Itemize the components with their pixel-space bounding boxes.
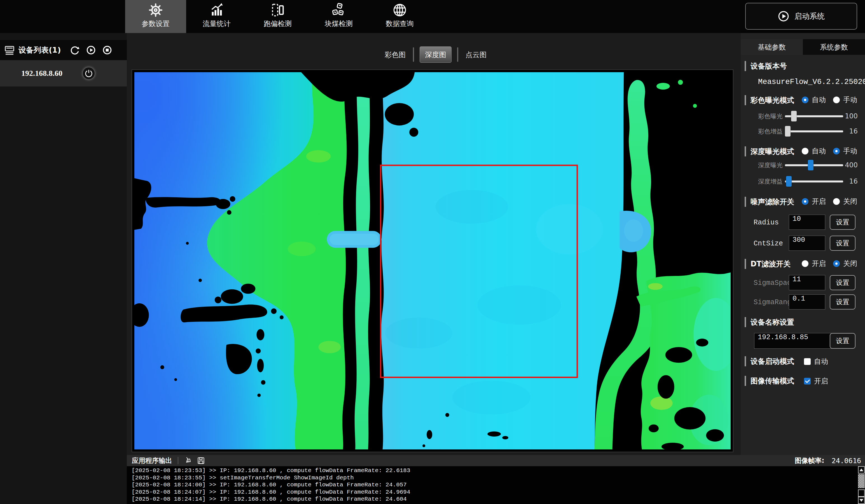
slider-handle[interactable] bbox=[786, 176, 792, 187]
radio-auto-label: 自动 bbox=[812, 95, 826, 104]
color-gain-slider[interactable] bbox=[785, 130, 843, 132]
output-separator bbox=[178, 457, 178, 464]
toolbar-tab-deviation-detect[interactable]: 跑偏检测 bbox=[247, 0, 308, 33]
radio-auto[interactable] bbox=[802, 96, 808, 103]
depth-gain-slider[interactable] bbox=[785, 180, 843, 183]
radio-manual[interactable] bbox=[833, 148, 840, 154]
play-circle-icon bbox=[86, 45, 96, 56]
slider-handle[interactable] bbox=[785, 126, 791, 137]
radio-auto[interactable] bbox=[802, 148, 808, 154]
save-log-button[interactable] bbox=[197, 456, 205, 465]
device-list-item[interactable]: 192.168.8.60 bbox=[0, 60, 127, 86]
start-system-button[interactable]: 启动系统 bbox=[745, 3, 857, 30]
toolbar-tab-label: 块煤检测 bbox=[325, 19, 353, 28]
deviation-icon bbox=[270, 3, 285, 17]
device-name-input[interactable]: 192.168.8.85 bbox=[754, 333, 834, 349]
clear-log-button[interactable] bbox=[184, 456, 192, 465]
auto-start-checkbox[interactable] bbox=[804, 358, 811, 365]
scroll-down-button[interactable] bbox=[858, 497, 865, 504]
start-all-button[interactable] bbox=[85, 45, 96, 56]
depth-gain-slider-row: 深度增益 16 bbox=[741, 176, 865, 187]
scroll-thumb[interactable] bbox=[858, 474, 865, 488]
radio-off-label: 关闭 bbox=[843, 197, 857, 206]
sigmarange-field-row: SigmaRange 0.1 设置 bbox=[741, 294, 865, 310]
section-accent-bar bbox=[745, 197, 746, 207]
refresh-devices-button[interactable] bbox=[69, 45, 80, 56]
scroll-up-button[interactable] bbox=[858, 466, 865, 473]
sigmarange-input[interactable]: 0.1 bbox=[789, 294, 825, 309]
radio-off[interactable] bbox=[833, 198, 840, 205]
radio-on[interactable] bbox=[802, 198, 808, 205]
console-scrollbar[interactable] bbox=[858, 466, 865, 504]
section-accent-bar bbox=[745, 61, 746, 71]
tab-system-params[interactable]: 系统参数 bbox=[803, 39, 865, 55]
radius-set-button[interactable]: 设置 bbox=[830, 215, 855, 230]
dt-filter-section: DT滤波开关 bbox=[745, 259, 791, 269]
scroll-page-button[interactable] bbox=[858, 490, 865, 497]
radio-on-label: 开启 bbox=[812, 259, 826, 268]
toolbar-tab-parameter-settings[interactable]: 参数设置 bbox=[125, 0, 186, 33]
depth-exposure-section: 深度曝光模式 bbox=[745, 146, 794, 156]
device-power-button[interactable] bbox=[83, 68, 95, 79]
color-gain-slider-row: 彩色增益 16 bbox=[741, 126, 865, 137]
transfer-mode-section: 图像传输模式 bbox=[745, 376, 794, 386]
cntsize-set-button[interactable]: 设置 bbox=[830, 236, 855, 251]
device-version-section: 设备版本号 bbox=[745, 61, 787, 71]
slider-label: 深度曝光 bbox=[752, 161, 783, 169]
image-view-tabs: 彩色图 深度图 点云图 bbox=[383, 46, 488, 63]
depth-map-image bbox=[134, 72, 731, 449]
section-title: 噪声滤除开关 bbox=[750, 197, 794, 207]
tab-pointcloud-image[interactable]: 点云图 bbox=[464, 50, 488, 59]
transfer-enabled-checkbox[interactable] bbox=[804, 378, 811, 385]
slider-handle[interactable] bbox=[808, 160, 814, 171]
stop-all-button[interactable] bbox=[102, 45, 113, 56]
log-console[interactable]: [2025-02-08 18:23:53] >> IP: 192.168.8.6… bbox=[127, 466, 865, 504]
stop-circle-icon bbox=[102, 45, 113, 56]
tab-basic-params[interactable]: 基础参数 bbox=[741, 39, 803, 55]
tab-color-image[interactable]: 彩色图 bbox=[383, 50, 407, 59]
section-title: 深度曝光模式 bbox=[750, 146, 794, 156]
device-name-section: 设备名称设置 bbox=[745, 317, 794, 327]
section-accent-bar bbox=[745, 317, 746, 327]
device-list-title: 设备列表(1) bbox=[19, 45, 61, 55]
radio-on[interactable] bbox=[802, 260, 808, 267]
log-line: [2025-02-08 18:24:00] >> IP: 192.168.8.6… bbox=[131, 481, 854, 489]
radius-input[interactable]: 10 bbox=[789, 215, 825, 230]
section-accent-bar bbox=[745, 259, 746, 269]
device-name-set-button[interactable]: 设置 bbox=[830, 333, 855, 349]
sigmarange-set-button[interactable]: 设置 bbox=[830, 294, 855, 309]
output-title: 应用程序输出 bbox=[132, 456, 172, 465]
transfer-mode-checkbox-row: 开启 bbox=[804, 376, 835, 386]
toolbar-tab-data-query[interactable]: 数据查询 bbox=[369, 0, 430, 33]
slider-label: 彩色增益 bbox=[752, 127, 783, 136]
toolbar-tab-coal-detect[interactable]: 块煤检测 bbox=[308, 0, 369, 33]
log-line: [2025-02-08 18:23:55] >> setImageTransfe… bbox=[131, 474, 854, 482]
toolbar-tab-flow-statistics[interactable]: 流量统计 bbox=[186, 0, 247, 33]
slider-label: 彩色曝光 bbox=[752, 112, 783, 121]
radio-off[interactable] bbox=[833, 260, 840, 267]
radio-manual[interactable] bbox=[833, 96, 840, 103]
radio-manual-label: 手动 bbox=[843, 146, 857, 156]
power-icon bbox=[84, 69, 93, 78]
device-ip-label: 192.168.8.60 bbox=[21, 69, 62, 78]
depth-image-frame bbox=[131, 69, 734, 452]
section-accent-bar bbox=[745, 146, 746, 156]
slider-value: 400 bbox=[844, 161, 858, 169]
slider-value: 16 bbox=[844, 177, 858, 185]
depth-exposure-slider[interactable] bbox=[785, 164, 843, 166]
radio-manual-label: 手动 bbox=[843, 95, 857, 104]
floppy-save-icon bbox=[197, 457, 205, 465]
tab-depth-image[interactable]: 深度图 bbox=[419, 46, 451, 63]
cntsize-input[interactable]: 300 bbox=[789, 236, 825, 251]
color-exposure-slider[interactable] bbox=[785, 115, 843, 117]
sigmaspace-input[interactable]: 11 bbox=[789, 275, 825, 290]
color-exposure-section: 彩色曝光模式 bbox=[745, 95, 794, 105]
parameters-panel: 基础参数 系统参数 设备版本号 MeasureFlow_V6.2.2.25020… bbox=[741, 33, 865, 455]
slider-handle[interactable] bbox=[791, 111, 797, 121]
tab-separator bbox=[413, 47, 414, 62]
toolbar-tab-label: 数据查询 bbox=[386, 19, 414, 28]
toolbar-tab-label: 跑偏检测 bbox=[264, 19, 292, 28]
section-title: 彩色曝光模式 bbox=[750, 95, 794, 105]
sigmaspace-set-button[interactable]: 设置 bbox=[830, 275, 855, 290]
device-version-value: MeasureFlow_V6.2.2.250207 bbox=[758, 78, 865, 86]
